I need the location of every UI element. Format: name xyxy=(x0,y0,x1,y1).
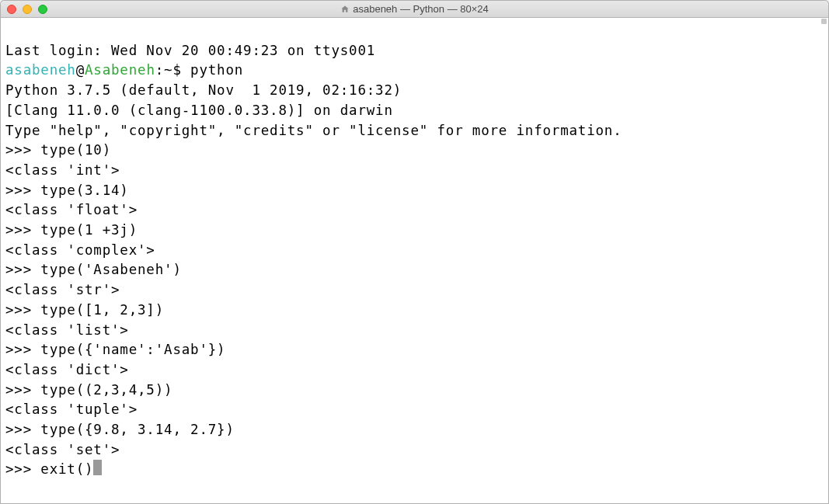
repl-input: >>> type(1 +3j) xyxy=(5,221,824,241)
repl-current-line: >>> exit() xyxy=(5,460,824,480)
window-title: asabeneh — Python — 80×24 xyxy=(1,3,828,15)
prompt-host: Asabeneh xyxy=(85,62,155,78)
python-banner-line: Python 3.7.5 (default, Nov 1 2019, 02:16… xyxy=(5,81,824,101)
prompt-dollar: $ xyxy=(172,62,181,78)
terminal-body[interactable]: Last login: Wed Nov 20 00:49:23 on ttys0… xyxy=(1,18,828,503)
repl-output: <class 'str'> xyxy=(5,280,824,301)
home-icon xyxy=(340,5,350,14)
repl-output: <class 'float'> xyxy=(5,200,824,221)
minimize-button[interactable] xyxy=(23,5,32,14)
repl-input: >>> type([1, 2,3]) xyxy=(5,301,824,321)
repl-output: <class 'complex'> xyxy=(5,241,824,261)
window-title-text: asabeneh — Python — 80×24 xyxy=(353,3,489,15)
traffic-lights xyxy=(1,5,47,14)
repl-input: >>> type({9.8, 3.14, 2.7}) xyxy=(5,420,824,440)
repl-input: >>> type(3.14) xyxy=(5,181,824,201)
repl-current-input: >>> exit() xyxy=(5,461,93,477)
last-login-line: Last login: Wed Nov 20 00:49:23 on ttys0… xyxy=(5,41,824,61)
repl-input: >>> type((2,3,4,5)) xyxy=(5,381,824,401)
prompt-at: @ xyxy=(76,62,85,78)
prompt-path: ~ xyxy=(164,62,172,78)
cursor xyxy=(93,460,102,475)
shell-prompt-line: asabeneh@Asabeneh:~$ python xyxy=(5,61,824,81)
maximize-button[interactable] xyxy=(38,5,47,14)
repl-output: <class 'set'> xyxy=(5,440,824,461)
repl-output: <class 'dict'> xyxy=(5,360,824,381)
repl-input: >>> type(10) xyxy=(5,141,824,161)
python-banner-line: [Clang 11.0.0 (clang-1100.0.33.8)] on da… xyxy=(5,101,824,121)
prompt-sep: : xyxy=(155,62,164,78)
repl-input: >>> type('Asabeneh') xyxy=(5,260,824,280)
repl-output: <class 'list'> xyxy=(5,321,824,341)
scroll-indicator[interactable] xyxy=(821,19,827,24)
python-banner-line: Type "help", "copyright", "credits" or "… xyxy=(5,121,824,141)
prompt-user: asabeneh xyxy=(5,62,76,78)
titlebar: asabeneh — Python — 80×24 xyxy=(1,1,828,18)
terminal-window: asabeneh — Python — 80×24 Last login: We… xyxy=(0,0,829,504)
repl-output: <class 'tuple'> xyxy=(5,400,824,420)
shell-command: python xyxy=(190,62,243,78)
repl-output: <class 'int'> xyxy=(5,161,824,181)
close-button[interactable] xyxy=(7,5,16,14)
repl-input: >>> type({'name':'Asab'}) xyxy=(5,340,824,360)
